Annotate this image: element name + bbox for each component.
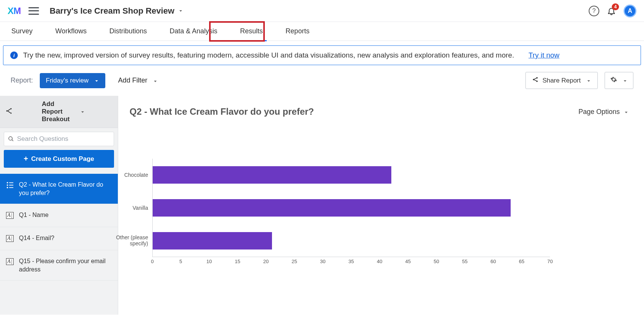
chart-bar <box>153 232 272 250</box>
question-title: Q2 - What Ice Cream Flavor do you prefer… <box>130 106 314 117</box>
svg-line-3 <box>534 78 536 79</box>
report-value: Friday's review <box>46 77 89 84</box>
sidebar-item-q15[interactable]: A Q15 - Please confirm your email addres… <box>0 250 118 281</box>
banner-link[interactable]: Try it now <box>528 51 560 59</box>
svg-point-5 <box>6 110 8 111</box>
chart-x-tick: 50 <box>434 259 439 264</box>
chevron-down-icon <box>153 78 158 83</box>
info-banner: i Try the new, improved version of surve… <box>3 45 641 65</box>
sidebar-item-q1[interactable]: A Q1 - Name <box>0 204 118 227</box>
chart-x-tick: 25 <box>292 259 297 264</box>
chart-x-tick: 30 <box>320 259 325 264</box>
avatar[interactable]: A <box>624 5 636 17</box>
gear-icon <box>610 76 617 85</box>
search-input[interactable] <box>17 135 110 143</box>
search-icon <box>8 136 14 142</box>
tab-results[interactable]: Results <box>239 22 264 41</box>
chart-bar <box>153 166 391 184</box>
top-header: XM Barry's Ice Cream Shop Review ? 4 A <box>0 0 644 22</box>
text-entry-icon: A <box>5 211 14 220</box>
chevron-down-icon[interactable] <box>178 8 183 14</box>
create-page-label: Create Custom Page <box>31 155 94 163</box>
logo[interactable]: XM <box>8 6 21 16</box>
banner-text: Try the new, improved version of survey … <box>23 51 514 59</box>
sidebar-item-label: Q15 - Please confirm your email address <box>19 257 113 273</box>
svg-line-4 <box>534 80 536 81</box>
tab-data-analysis[interactable]: Data & Analysis <box>169 22 218 41</box>
breakout-label: Add Report Breakout <box>42 100 74 123</box>
sidebar-item-label: Q14 - Email? <box>19 234 54 242</box>
svg-point-6 <box>10 108 11 109</box>
content-header: Q2 - What Ice Cream Flavor do you prefer… <box>130 106 629 117</box>
help-icon[interactable]: ? <box>589 6 599 16</box>
main-tabs: Survey Workflows Distributions Data & An… <box>0 22 644 41</box>
results-toolbar: Report: Friday's review Add Filter Share… <box>0 65 644 96</box>
sidebar-item-q14[interactable]: A Q14 - Email? <box>0 227 118 250</box>
report-label: Report: <box>11 76 33 84</box>
svg-point-7 <box>10 112 11 114</box>
share-icon <box>532 76 539 85</box>
settings-button[interactable] <box>605 72 633 89</box>
svg-point-10 <box>7 187 8 189</box>
text-entry-icon: A <box>5 257 14 266</box>
chart-x-tick: 15 <box>235 259 240 264</box>
sidebar-item-label: Q1 - Name <box>19 211 48 219</box>
chart-x-tick: 5 <box>179 259 182 264</box>
svg-point-8 <box>7 182 8 184</box>
create-custom-page-button[interactable]: + Create Custom Page <box>4 150 114 168</box>
project-title[interactable]: Barry's Ice Cream Shop Review <box>50 6 174 16</box>
chevron-down-icon <box>622 78 628 83</box>
chevron-down-icon <box>80 109 113 114</box>
main-area: Add Report Breakout + Create Custom Page… <box>0 96 644 315</box>
chart-x-tick: 10 <box>206 259 212 264</box>
chart-x-tick: 40 <box>377 259 382 264</box>
chart-x-axis: 0510152025303540455055606570 <box>152 257 550 266</box>
info-icon: i <box>10 51 18 59</box>
chart-x-tick: 0 <box>151 259 153 264</box>
chart: ChocolateVanillaOther (please specify) 0… <box>152 159 584 266</box>
chart-bar <box>153 199 511 217</box>
chart-category-label: Vanilla <box>107 205 153 211</box>
chart-x-tick: 20 <box>263 259 269 264</box>
plus-icon: + <box>24 154 28 163</box>
sidebar-item-label: Q2 - What Ice Cream Flavor do you prefer… <box>19 181 113 197</box>
add-filter-button[interactable]: Add Filter <box>112 73 164 88</box>
tab-workflows[interactable]: Workflows <box>55 22 88 41</box>
text-entry-icon: A <box>5 234 14 243</box>
chart-x-tick: 65 <box>519 259 524 264</box>
report-select[interactable]: Friday's review <box>40 73 105 88</box>
search-questions[interactable] <box>4 132 114 146</box>
notifications-badge: 4 <box>612 3 619 10</box>
chart-x-tick: 70 <box>547 259 553 264</box>
chart-category-label: Other (please specify) <box>107 235 153 246</box>
chevron-down-icon <box>94 78 99 83</box>
chevron-down-icon <box>586 78 591 83</box>
sidebar: Add Report Breakout + Create Custom Page… <box>0 96 118 315</box>
multiple-choice-icon <box>5 181 14 190</box>
tab-reports[interactable]: Reports <box>285 22 310 41</box>
page-options-label: Page Options <box>578 108 620 116</box>
share-report-button[interactable]: Share Report <box>525 72 598 89</box>
menu-icon[interactable] <box>28 7 39 15</box>
add-report-breakout[interactable]: Add Report Breakout <box>0 96 118 128</box>
tab-survey[interactable]: Survey <box>11 22 33 41</box>
add-filter-label: Add Filter <box>118 76 147 84</box>
chart-x-tick: 45 <box>405 259 411 264</box>
tab-distributions[interactable]: Distributions <box>109 22 148 41</box>
question-list: Q2 - What Ice Cream Flavor do you prefer… <box>0 174 118 281</box>
notifications-icon[interactable]: 4 <box>606 6 617 16</box>
chart-x-tick: 55 <box>462 259 467 264</box>
svg-point-9 <box>7 184 8 186</box>
chart-x-tick: 35 <box>349 259 354 264</box>
page-options[interactable]: Page Options <box>578 108 629 116</box>
breakout-icon <box>5 107 38 117</box>
share-report-label: Share Report <box>542 77 581 84</box>
chart-x-tick: 60 <box>491 259 496 264</box>
chart-category-label: Chocolate <box>107 172 153 178</box>
sidebar-item-q2[interactable]: Q2 - What Ice Cream Flavor do you prefer… <box>0 174 118 204</box>
chevron-down-icon <box>624 109 629 114</box>
content-area: Q2 - What Ice Cream Flavor do you prefer… <box>118 96 644 315</box>
chart-plot: ChocolateVanillaOther (please specify) <box>152 159 550 257</box>
